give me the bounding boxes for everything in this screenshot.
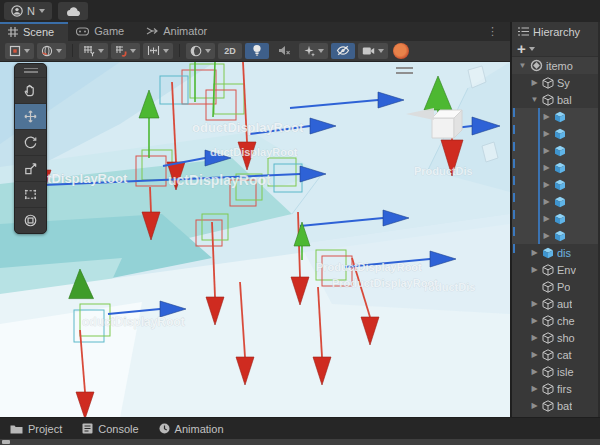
collapsed-arrow-icon[interactable]: ▶	[542, 146, 551, 155]
hierarchy-panel: Hierarchy + ▼itemo▶Sy▼bal▶▶▶▶▶▶▶▶▶dis▶En…	[512, 22, 598, 417]
handle-orientation-dropdown[interactable]	[37, 43, 66, 59]
hierarchy-item[interactable]: ▶cat	[512, 346, 598, 363]
hierarchy-item[interactable]: ▼itemo	[512, 57, 598, 74]
tool-settings-dropdown[interactable]	[5, 43, 34, 59]
hierarchy-item-label: Po	[557, 281, 570, 293]
collapsed-arrow-icon[interactable]: ▶	[530, 401, 539, 410]
collapsed-arrow-icon[interactable]: ▶	[542, 214, 551, 223]
hierarchy-item[interactable]: ▶	[512, 193, 598, 210]
move-tool-button[interactable]	[15, 103, 46, 129]
collapsed-arrow-icon[interactable]: ▶	[530, 367, 539, 376]
hierarchy-tabstrip: Hierarchy	[512, 22, 598, 41]
hierarchy-item[interactable]: ▶aut	[512, 295, 598, 312]
collapsed-arrow-icon[interactable]: ▶	[530, 248, 539, 257]
hierarchy-item[interactable]: ▶che	[512, 312, 598, 329]
hierarchy-toolbar: +	[512, 41, 598, 57]
collapsed-arrow-icon[interactable]: ▶	[542, 180, 551, 189]
collapsed-arrow-icon[interactable]: ▶	[530, 299, 539, 308]
tab-console-label: Console	[98, 423, 138, 435]
hierarchy-item[interactable]: ▶isle	[512, 363, 598, 380]
camera-dropdown[interactable]	[358, 43, 388, 59]
audio-mute-toggle[interactable]	[272, 43, 296, 59]
gameobject-cube-icon	[542, 400, 554, 412]
hierarchy-item[interactable]: ▶sho	[512, 329, 598, 346]
tab-animation[interactable]: Animation	[153, 418, 236, 439]
rect-tool-button[interactable]	[15, 181, 46, 207]
hierarchy-item[interactable]: ▶	[512, 227, 598, 244]
expanded-arrow-icon[interactable]: ▼	[518, 61, 527, 70]
move-icon	[23, 109, 38, 124]
account-button[interactable]: N	[4, 2, 52, 20]
collapsed-arrow-icon[interactable]: ▶	[542, 197, 551, 206]
hierarchy-item[interactable]: ▶	[512, 125, 598, 142]
2d-toggle-button[interactable]: 2D	[218, 43, 242, 59]
tab-game[interactable]: Game	[68, 22, 138, 41]
transform-tool-button[interactable]	[15, 207, 46, 233]
view-tabstrip: Scene Game Animator ⋮	[0, 22, 510, 41]
scene-overlay-menu-handle[interactable]	[396, 67, 413, 74]
expanded-arrow-icon[interactable]: ▼	[530, 95, 539, 104]
hierarchy-item[interactable]: ▶zan	[512, 414, 598, 417]
hand-tool-button[interactable]	[15, 77, 46, 103]
collapsed-arrow-icon[interactable]: ▶	[530, 265, 539, 274]
collapsed-arrow-icon[interactable]: ▶	[542, 163, 551, 172]
gizmos-button-clipped[interactable]	[393, 43, 409, 59]
collapsed-arrow-icon[interactable]: ▶	[530, 350, 539, 359]
scale-tool-button[interactable]	[15, 155, 46, 181]
account-label: N	[27, 5, 35, 17]
scene-object-label: oductDisplayRoot	[82, 315, 185, 329]
collapsed-arrow-icon[interactable]: ▶	[530, 333, 539, 342]
hierarchy-item[interactable]: ▼bal	[512, 91, 598, 108]
tab-options-kebab[interactable]: ⋮	[487, 24, 498, 39]
prefab-cube-icon	[554, 196, 566, 208]
hierarchy-item[interactable]: ▶	[512, 159, 598, 176]
hierarchy-item[interactable]: ▶bat	[512, 397, 598, 414]
hierarchy-body[interactable]: ▼itemo▶Sy▼bal▶▶▶▶▶▶▶▶▶dis▶EnvPo▶aut▶che▶…	[512, 57, 598, 417]
tab-scene[interactable]: Scene	[0, 22, 68, 41]
hierarchy-item[interactable]: ▶	[512, 176, 598, 193]
tab-animation-label: Animation	[175, 423, 224, 435]
hierarchy-item[interactable]: ▶Env	[512, 261, 598, 278]
tab-animator-label: Animator	[163, 25, 207, 37]
rotate-tool-button[interactable]	[15, 129, 46, 155]
collapsed-arrow-icon[interactable]: ▶	[530, 316, 539, 325]
lighting-toggle-button[interactable]	[245, 43, 269, 59]
scene-visibility-toggle[interactable]	[331, 43, 355, 59]
increment-snap-dropdown[interactable]	[143, 43, 173, 59]
collapsed-arrow-icon[interactable]: ▶	[542, 112, 551, 121]
tab-project[interactable]: Project	[4, 418, 74, 439]
tab-animator[interactable]: Animator	[138, 22, 221, 41]
hierarchy-item[interactable]: ▶Sy	[512, 74, 598, 91]
tool-palette-overlay[interactable]	[14, 63, 47, 234]
create-object-button[interactable]: +	[517, 42, 526, 56]
hierarchy-item[interactable]: ▶firs	[512, 380, 598, 397]
gameobject-cube-icon	[542, 281, 554, 293]
hierarchy-item[interactable]: ▶	[512, 210, 598, 227]
scene-viewport[interactable]: oductDisplayRootductDisplayRootoductDisp…	[0, 62, 510, 417]
effects-dropdown[interactable]	[299, 43, 328, 59]
palette-drag-handle[interactable]	[15, 64, 46, 77]
prefab-cube-icon	[554, 230, 566, 242]
gameobject-cube-icon	[542, 366, 554, 378]
snap-settings-dropdown[interactable]	[111, 43, 140, 59]
collapsed-arrow-icon[interactable]: ▶	[530, 384, 539, 393]
hierarchy-item[interactable]: ▶dis	[512, 244, 598, 261]
hierarchy-item[interactable]: ▶	[512, 142, 598, 159]
shaded-sphere-icon	[190, 45, 202, 57]
cloud-services-button[interactable]	[58, 2, 88, 20]
chevron-down-icon[interactable]	[529, 47, 535, 51]
scene-render: oductDisplayRootductDisplayRootoductDisp…	[0, 62, 510, 417]
hierarchy-item[interactable]: ▶	[512, 108, 598, 125]
tab-hierarchy[interactable]: Hierarchy	[512, 22, 598, 41]
hierarchy-item[interactable]: Po	[512, 278, 598, 295]
chevron-down-icon	[318, 49, 324, 53]
collapsed-arrow-icon[interactable]: ▶	[542, 129, 551, 138]
shading-mode-dropdown[interactable]	[186, 43, 215, 59]
bottom-tabstrip: Project Console Animation	[0, 417, 600, 439]
toolbar-separator	[179, 44, 180, 57]
tab-console[interactable]: Console	[76, 418, 150, 439]
grid-visibility-dropdown[interactable]	[79, 43, 108, 59]
collapsed-arrow-icon[interactable]: ▶	[530, 78, 539, 87]
light-bulb-icon	[252, 44, 262, 57]
collapsed-arrow-icon[interactable]: ▶	[542, 231, 551, 240]
